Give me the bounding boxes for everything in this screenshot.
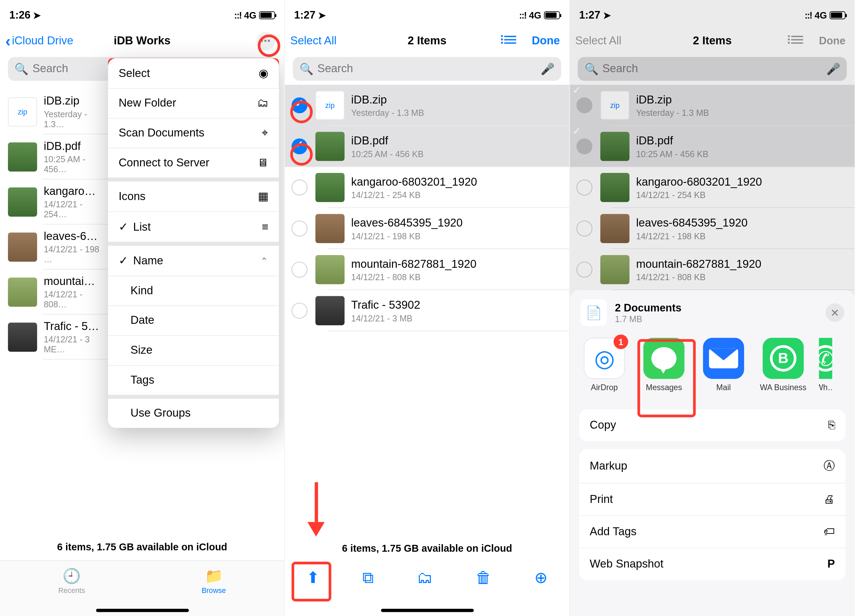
selection-checkbox[interactable] [291,179,307,195]
selection-checkbox[interactable] [291,262,307,277]
menu-new-folder[interactable]: New Folder🗂 [108,89,279,119]
file-row[interactable]: Trafic - 539… 14/12/21 - 3 ME… [0,314,109,360]
menu-select[interactable]: Select◉ [108,58,279,89]
menu-list[interactable]: ✓List≡ [108,212,279,246]
file-row[interactable]: leaves-6845395_1920 14/12/21 - 198 KB [285,208,570,249]
done-button[interactable]: Done [532,35,560,48]
menu-date[interactable]: Date [108,306,279,336]
battery-icon [544,11,560,19]
search-field[interactable]: 🔍 🎤 [293,57,561,81]
file-row[interactable]: Trafic - 53902 14/12/21 - 3 MB [285,290,570,331]
selection-checkbox[interactable] [291,303,307,319]
move-button[interactable]: 🗂 [417,568,433,587]
home-indicator [96,609,189,612]
share-action-print[interactable]: Print🖨 [579,484,845,516]
file-row[interactable]: zip iDB.zip Yesterday - 1.3 MB [285,85,570,126]
menu-size[interactable]: Size [108,336,279,366]
file-row[interactable]: leaves-68… 14/12/21 - 198 … [0,225,109,269]
file-thumbnail [315,132,345,161]
file-thumbnail [315,255,345,284]
search-icon: 🔍 [14,62,28,75]
file-name: iDB.zip [44,95,100,108]
file-meta: 10:25 AM - 456… [44,154,100,174]
search-input[interactable] [317,62,537,75]
file-name: kangaroo-6… [44,185,100,198]
menu-use-groups[interactable]: Use Groups [108,399,279,428]
trash-button[interactable]: 🗑 [475,568,491,587]
menu-connect-server[interactable]: Connect to Server🖥 [108,149,279,181]
file-thumbnail [8,233,37,262]
messages-icon [651,347,676,370]
menu-icons[interactable]: Icons▦ [108,181,279,212]
file-row[interactable]: iDB.pdf 10:25 AM - 456… [0,134,109,179]
location-icon: ➤ [318,9,326,20]
document-icon: 📄 [581,299,607,326]
file-name: leaves-6845395_1920 [351,216,560,229]
mail-icon [709,349,738,369]
tab-browse[interactable]: 📁Browse [201,567,226,594]
file-meta: Yesterday - 1.3 MB [351,108,560,118]
server-icon: 🖥 [257,156,269,170]
wa-business-icon: B [770,345,796,372]
share-apps-row: ◎1 AirDrop Messages Mail B WA Business ✆… [570,332,855,401]
battery-icon [259,11,275,19]
signal-icon: ::! [234,9,241,20]
airdrop-icon: ◎ [594,344,615,372]
share-action-copy[interactable]: Copy⎘ [579,409,845,441]
selection-checkbox[interactable] [291,138,307,154]
close-button[interactable]: ✕ [826,303,844,322]
file-row[interactable]: kangaroo-6… 14/12/21 - 254… [0,179,109,225]
selection-checkbox[interactable] [291,221,307,237]
file-row[interactable]: kangaroo-6803201_1920 14/12/21 - 254 KB [285,167,570,208]
signal-icon: ::! [519,9,526,20]
status-bar: 1:27➤ ::!4G [285,0,570,27]
file-meta: 14/12/21 - 808 KB [351,272,560,282]
file-meta: 14/12/21 - 198 … [44,244,100,264]
list-mode-icon[interactable] [504,33,516,49]
file-thumbnail [8,322,37,352]
file-row[interactable]: iDB.pdf 10:25 AM - 456 KB [285,126,570,167]
markup-icon: Ⓐ [823,458,835,473]
snapshot-icon: P [827,558,835,571]
file-meta: 14/12/21 - 808… [44,289,100,310]
action-toolbar: ⬆︎ ⧉ 🗂 🗑 ⊕ [285,556,570,616]
share-app-airdrop[interactable]: ◎1 AirDrop [581,338,628,392]
file-row[interactable]: mountain-6827881_1920 14/12/21 - 808 KB [285,249,570,290]
list-icon: ≡ [262,220,268,234]
file-row[interactable]: mountain-6… 14/12/21 - 808… [0,269,109,314]
grid-icon: ▦ [258,189,269,203]
file-thumbnail: zip [8,97,37,127]
share-app-whatsapp[interactable]: ✆ Wh… [819,338,833,392]
chevron-up-icon: ⌃ [260,255,268,266]
file-meta: 10:25 AM - 456 KB [351,149,560,159]
select-all-button[interactable]: Select All [290,35,337,48]
printer-icon: 🖨 [823,493,835,506]
more-actions-button[interactable]: ⊕ [534,568,548,587]
menu-kind[interactable]: Kind [108,277,279,306]
share-app-wa-business[interactable]: B WA Business [759,338,807,392]
share-button[interactable]: ⬆︎ [306,568,320,587]
share-app-mail[interactable]: Mail [700,338,748,392]
menu-name[interactable]: ✓Name⌃ [108,246,279,277]
file-row[interactable]: zip iDB.zip Yesterday - 1.3… [0,90,109,134]
file-name: leaves-68… [44,230,100,244]
file-meta: 14/12/21 - 3 MB [351,313,560,323]
menu-scan-documents[interactable]: Scan Documents⌖ [108,119,279,149]
share-action-add-tags[interactable]: Add Tags🏷 [579,516,845,548]
more-button[interactable]: ••• [257,31,275,50]
share-app-messages[interactable]: Messages [640,338,688,392]
selection-checkbox[interactable] [291,97,307,113]
mic-icon[interactable]: 🎤 [540,62,554,75]
share-action-web-snapshot[interactable]: Web SnapshotP [579,548,845,580]
select-circle-icon: ◉ [258,66,269,80]
share-action-markup[interactable]: MarkupⒶ [579,449,845,484]
duplicate-button[interactable]: ⧉ [362,568,374,587]
back-button[interactable]: ‹ iCloud Drive [5,31,73,50]
menu-tags[interactable]: Tags [108,366,279,399]
home-indicator [381,609,474,612]
back-label: iCloud Drive [12,35,73,48]
file-name: kangaroo-6803201_1920 [351,175,560,189]
tab-recents[interactable]: 🕘Recents [58,567,85,594]
file-name: iDB.zip [351,93,560,107]
file-thumbnail [315,173,345,202]
